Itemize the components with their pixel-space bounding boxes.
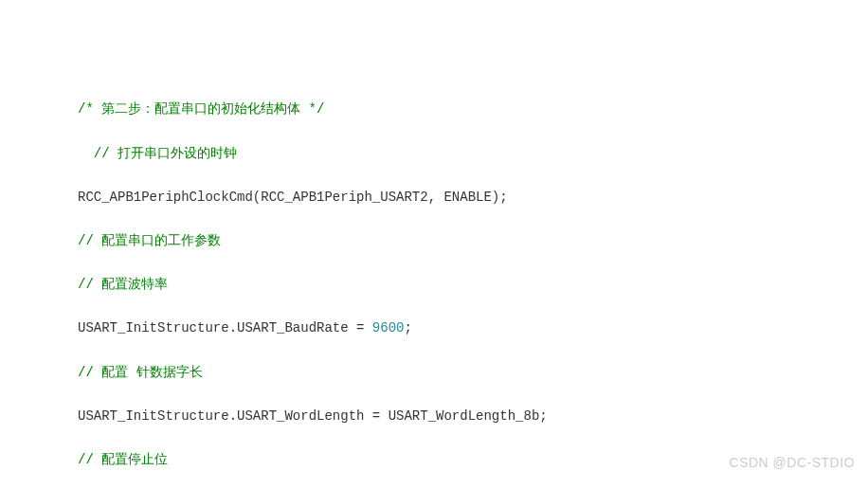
code-comment: // 配置波特率 <box>78 274 868 296</box>
code-comment: // 配置串口的工作参数 <box>78 230 868 252</box>
code-comment: /* 第二步：配置串口的初始化结构体 */ <box>78 99 868 120</box>
code-text: USART_InitStructure.USART_BaudRate = <box>78 320 372 335</box>
code-comment: // 打开串口外设的时钟 <box>78 143 868 165</box>
code-line: RCC_APB1PeriphClockCmd(RCC_APB1Periph_US… <box>78 187 868 208</box>
code-text: ; <box>404 320 411 335</box>
code-number: 9600 <box>372 320 405 335</box>
code-line: USART_InitStructure.USART_BaudRate = 960… <box>78 317 868 339</box>
watermark: CSDN @DC-STDIO <box>730 452 855 474</box>
code-comment: // 配置 针数据字长 <box>78 362 868 384</box>
code-line: USART_InitStructure.USART_WordLength = U… <box>78 406 868 427</box>
